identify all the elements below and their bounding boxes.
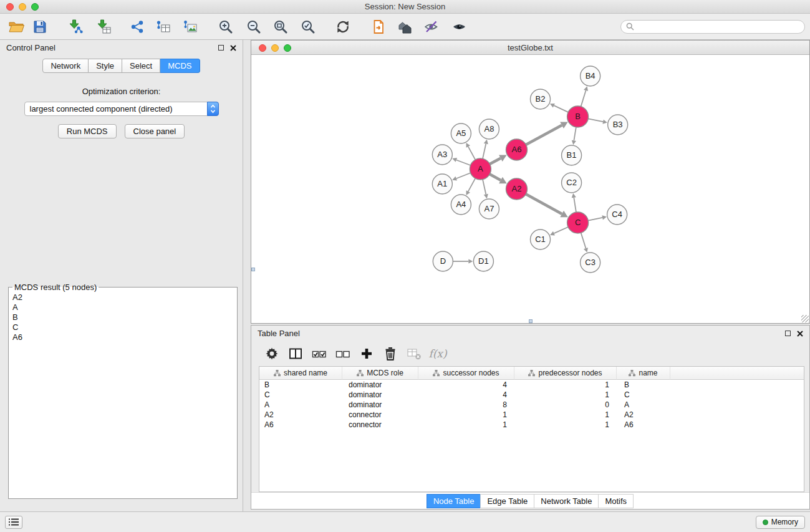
graph-edge-A-A5[interactable] bbox=[468, 147, 475, 160]
table-cell[interactable]: A2 bbox=[617, 410, 670, 420]
table-cell[interactable]: 8 bbox=[418, 400, 514, 410]
graph-edge-C-C2[interactable] bbox=[574, 198, 576, 212]
table-cell[interactable]: dominator bbox=[342, 400, 418, 410]
show-panels-button[interactable] bbox=[5, 516, 22, 529]
export-document-button[interactable] bbox=[367, 16, 390, 37]
table-cell[interactable]: B bbox=[259, 380, 342, 390]
column-header-name[interactable]: name bbox=[617, 367, 670, 380]
zoom-window-button[interactable] bbox=[31, 3, 39, 11]
column-header-predecessor-nodes[interactable]: predecessor nodes bbox=[514, 367, 617, 380]
table-settings-button[interactable] bbox=[260, 344, 284, 364]
mcds-result-item[interactable]: C bbox=[11, 322, 234, 332]
graph-edge-A-A1[interactable] bbox=[456, 173, 471, 178]
new-network-button[interactable] bbox=[126, 16, 148, 37]
node-table[interactable]: shared nameMCDS rolesuccessor nodesprede… bbox=[259, 366, 804, 492]
deselect-all-rows-button[interactable] bbox=[331, 344, 355, 364]
graph-edge-B-B1[interactable] bbox=[574, 127, 576, 141]
tab-mcds[interactable]: MCDS bbox=[160, 59, 200, 73]
run-mcds-button[interactable]: Run MCDS bbox=[58, 124, 117, 138]
table-cell[interactable]: connector bbox=[342, 410, 418, 420]
table-cell[interactable]: 1 bbox=[418, 410, 514, 420]
close-table-panel-icon[interactable] bbox=[797, 331, 803, 337]
delete-table-button[interactable] bbox=[402, 344, 426, 364]
mcds-result-item[interactable]: A bbox=[11, 302, 234, 312]
network-graph[interactable]: B4B2BB3A5A8A6B1A3AC2A1A2A4A7C4CC1C3DD1 bbox=[251, 55, 809, 323]
select-all-rows-button[interactable] bbox=[307, 344, 331, 364]
table-cell[interactable]: B bbox=[617, 380, 670, 390]
table-cell[interactable]: A6 bbox=[617, 420, 670, 430]
tab-motifs[interactable]: Motifs bbox=[598, 494, 634, 508]
network-table-button[interactable] bbox=[152, 16, 175, 37]
show-columns-button[interactable] bbox=[284, 344, 307, 364]
float-control-panel-icon[interactable] bbox=[218, 45, 224, 51]
column-header-shared-name[interactable]: shared name bbox=[259, 367, 342, 380]
import-network-button[interactable] bbox=[65, 16, 87, 37]
tab-network[interactable]: Network bbox=[42, 59, 89, 73]
zoom-in-button[interactable] bbox=[215, 16, 237, 37]
table-cell[interactable]: A6 bbox=[259, 420, 342, 430]
close-panel-button[interactable]: Close panel bbox=[125, 124, 185, 138]
table-cell[interactable]: 4 bbox=[418, 390, 514, 400]
graph-edge-C-C4[interactable] bbox=[588, 218, 602, 221]
network-close-button[interactable] bbox=[259, 44, 266, 52]
float-table-panel-icon[interactable] bbox=[785, 331, 791, 336]
mcds-result-item[interactable]: A6 bbox=[11, 332, 234, 342]
graph-edge-B-B4[interactable] bbox=[581, 90, 586, 107]
column-header-successor-nodes[interactable]: successor nodes bbox=[418, 367, 514, 380]
import-table-button[interactable] bbox=[93, 16, 115, 37]
memory-button[interactable]: Memory bbox=[756, 516, 805, 529]
show-graphics-details-button[interactable] bbox=[448, 16, 471, 37]
search-input[interactable] bbox=[637, 22, 799, 31]
close-window-button[interactable] bbox=[6, 3, 14, 11]
table-cell[interactable]: 4 bbox=[418, 380, 514, 390]
zoom-selected-button[interactable] bbox=[297, 16, 319, 37]
resize-handle-bottom[interactable] bbox=[529, 319, 533, 323]
table-cell[interactable]: 1 bbox=[514, 420, 617, 430]
mcds-result-item[interactable]: B bbox=[11, 312, 234, 322]
table-cell[interactable]: C bbox=[617, 390, 670, 400]
zoom-out-button[interactable] bbox=[243, 16, 265, 37]
table-cell[interactable]: dominator bbox=[342, 380, 418, 390]
table-cell[interactable]: C bbox=[259, 390, 342, 400]
network-minimize-button[interactable] bbox=[271, 44, 279, 52]
table-cell[interactable]: 1 bbox=[514, 410, 617, 420]
graph-edge-A-A2[interactable] bbox=[489, 174, 501, 180]
tab-edge-table[interactable]: Edge Table bbox=[480, 494, 534, 508]
graph-edge-B-B2[interactable] bbox=[554, 105, 568, 112]
zoom-fit-button[interactable] bbox=[269, 16, 292, 37]
close-control-panel-icon[interactable] bbox=[230, 45, 236, 51]
network-zoom-button[interactable] bbox=[284, 44, 291, 52]
resize-grip[interactable] bbox=[801, 315, 809, 322]
graph-edge-A-A3[interactable] bbox=[456, 160, 471, 165]
network-image-button[interactable] bbox=[179, 16, 201, 37]
table-cell[interactable]: dominator bbox=[342, 390, 418, 400]
table-cell[interactable]: 1 bbox=[418, 420, 514, 430]
table-cell[interactable]: A bbox=[617, 400, 670, 410]
network-window-titlebar[interactable]: testGlobe.txt bbox=[251, 41, 809, 55]
refresh-button[interactable] bbox=[332, 16, 354, 37]
graph-edge-A2-C[interactable] bbox=[526, 194, 562, 214]
table-cell[interactable]: 1 bbox=[514, 380, 617, 390]
graph-edge-A-A7[interactable] bbox=[483, 180, 486, 195]
resize-handle-left[interactable] bbox=[251, 268, 255, 271]
graph-edge-A-A8[interactable] bbox=[483, 143, 486, 158]
delete-columns-button[interactable] bbox=[378, 344, 402, 364]
optimization-dropdown[interactable]: largest connected component (directed) bbox=[24, 102, 219, 116]
table-cell[interactable]: 1 bbox=[514, 390, 617, 400]
network-canvas[interactable]: B4B2BB3A5A8A6B1A3AC2A1A2A4A7C4CC1C3DD1 bbox=[251, 55, 809, 323]
mcds-result-item[interactable]: A2 bbox=[11, 293, 234, 302]
graph-edge-C-C1[interactable] bbox=[554, 227, 568, 233]
graph-edge-A6-B[interactable] bbox=[526, 125, 562, 145]
first-neighbors-button[interactable] bbox=[393, 16, 416, 37]
open-session-button[interactable] bbox=[5, 16, 27, 37]
minimize-window-button[interactable] bbox=[19, 3, 26, 11]
tab-style[interactable]: Style bbox=[89, 59, 122, 73]
function-builder-button[interactable]: f(x) bbox=[426, 344, 450, 364]
table-cell[interactable]: 0 bbox=[514, 400, 617, 410]
graph-edge-A-A4[interactable] bbox=[468, 178, 475, 191]
search-field[interactable] bbox=[620, 20, 805, 34]
table-cell[interactable]: connector bbox=[342, 420, 418, 430]
graph-edge-A-A6[interactable] bbox=[489, 158, 500, 164]
save-session-button[interactable] bbox=[29, 16, 51, 37]
graph-edge-C-C3[interactable] bbox=[581, 233, 586, 248]
